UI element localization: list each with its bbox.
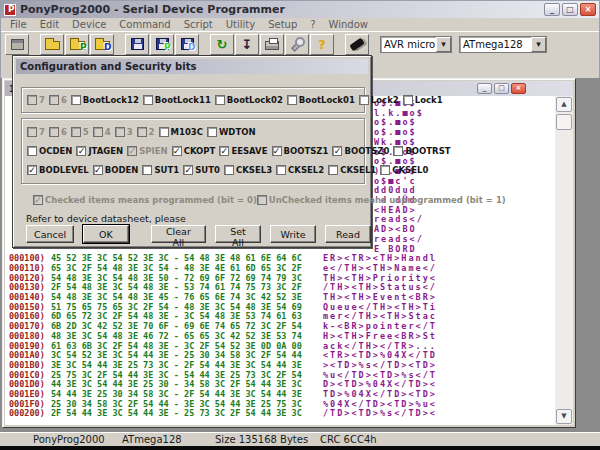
checkbox-bootlock02[interactable]: BootLock02 [215,95,283,105]
dialog-note: Refer to device datasheet, please [26,213,186,224]
menu-item-file[interactable]: File [10,19,27,30]
help-button[interactable]: ? [310,34,334,55]
title-bar: PonyProg2000 - Serial Device Programmer … [1,1,599,18]
read-device-button[interactable]: ↧ [235,34,259,55]
menu-item-window[interactable]: Window [329,19,368,30]
checkbox-cksel2[interactable]: CKSEL2 [276,165,324,175]
dialog-title-bar[interactable]: Configuration and Security bits [16,59,368,74]
menu-item-utility[interactable]: Utility [226,19,255,30]
hex-ascii: ><TD>%s</TD><TD> [323,360,437,370]
checkbox-ckopt[interactable]: ✓CKOPT [172,146,216,156]
checkbox-jtagen[interactable]: ✓JTAGEN [76,146,123,156]
hex-ascii: ack</TH></TR>... [323,341,437,351]
interface-chip-button[interactable] [345,34,369,55]
menu-item-script[interactable]: Script [184,19,213,30]
save-program-file-button[interactable]: P [150,34,174,55]
dialog-buttons: CancelOKClear AllSet AllWriteRead [26,225,371,243]
open-program-file-button[interactable]: P [65,34,89,55]
ok-button[interactable]: OK [83,225,129,243]
menu-item-edit[interactable]: Edit [40,19,59,30]
hex-address: 0001C0) [9,370,45,380]
minimize-button[interactable]: _ [544,3,560,16]
checkbox-ocden[interactable]: OCDEN [27,146,72,156]
setup-button[interactable] [285,34,309,55]
checkbox-bootrst[interactable]: BOOTRST [393,146,450,156]
checkbox-lock2[interactable]: Lock2 [359,95,399,105]
set-all-button[interactable]: Set All [215,225,261,243]
checkbox-box [49,127,59,137]
checkbox-lock1[interactable]: Lock1 [403,95,443,105]
menu-item-setup[interactable]: Setup [268,19,297,30]
read-button[interactable]: Read [325,225,371,243]
printer-icon [265,41,279,50]
checkbox-cksel1[interactable]: CKSEL1 [328,165,376,175]
checkbox-box [328,165,338,175]
checkbox-label: BOOTSZ0 [344,146,389,156]
close-button[interactable]: × [580,3,596,16]
device-type-combobox[interactable]: ATmega128 [459,36,547,53]
checkbox-sut1[interactable]: SUT1 [142,165,179,175]
open-data-file-button[interactable]: D [90,34,114,55]
checkbox-bootlock01[interactable]: BootLock01 [287,95,355,105]
write-button[interactable]: Write [270,225,316,243]
hex-bytes: 51 75 65 75 65 3C 2F 54 - 48 3E 3C 54 48… [51,302,302,312]
save-file-button[interactable] [125,34,149,55]
vertical-scrollbar[interactable]: ▲ ▼ [555,96,573,425]
checkbox-wdton[interactable]: WDTON [207,127,256,137]
scroll-down-icon[interactable]: ▼ [556,409,572,424]
reload-files-button[interactable]: ↻ [210,34,234,55]
checkbox-eesave[interactable]: ✓EESAVE [219,146,267,156]
checkbox-box [49,95,59,105]
hex-address: 0001B0) [9,360,45,370]
menu-item-device[interactable]: Device [72,19,106,30]
checkbox-bootsz0[interactable]: ✓BOOTSZ0 [332,146,389,156]
checkbox-spien: ✓SPIEN [127,146,167,156]
hex-address: 0001A0) [9,350,45,360]
hex-bytes: 48 3E 3C 54 48 3E 46 72 - 65 65 3C 42 52… [51,331,302,341]
print-button[interactable] [260,34,284,55]
scroll-up-icon[interactable]: ▲ [556,97,572,112]
scrollbar-thumb[interactable] [556,114,572,130]
hex-ascii-fragment: o$.■o$ [374,117,417,127]
checkbox-cksel3[interactable]: CKSEL3 [224,165,272,175]
child-restore-button[interactable]: □ [494,83,509,94]
cancel-button[interactable]: Cancel [26,225,74,243]
maximize-button[interactable]: □ [562,3,578,16]
device-type-value: ATmega128 [463,39,523,50]
open-folder-icon [45,41,60,50]
child-minimize-button[interactable]: _ [477,83,492,94]
hex-ascii: ER><TR><TH>Handl [323,253,437,263]
dropdown-arrow-icon[interactable] [531,37,546,52]
checkbox-box [71,95,81,105]
new-window-button[interactable] [5,34,29,55]
checkbox-label: SUT0 [195,165,220,175]
checkbox-bodlevel[interactable]: ✓BODLEVEL [27,165,89,175]
menu-item-help[interactable]: ? [310,19,315,30]
checkbox-bootlock12[interactable]: BootLock12 [71,95,139,105]
checkbox-m103c[interactable]: M103C [159,127,203,137]
child-close-button[interactable]: × [511,83,526,94]
hex-ascii: %04X</TD><TD>%u< [323,399,437,409]
open-data-icon: D [95,41,110,50]
checkbox-sut0[interactable]: ✓SUT0 [183,165,220,175]
hex-bytes: 65 3C 2F 54 48 3E 3C 54 - 48 3E 4E 61 6D… [51,263,302,273]
checkbox-label: 6 [61,127,67,137]
checkbox-boden[interactable]: ✓BODEN [93,165,139,175]
checkbox-cksel0[interactable]: CKSEL0 [380,165,428,175]
open-file-button[interactable] [40,34,64,55]
hex-bytes: 54 48 3E 3C 54 48 3E 50 - 72 69 6F 72 69… [51,273,302,283]
minimize-icon: _ [550,5,554,14]
checkbox-label: BootLock01 [299,95,355,105]
checkbox-box [207,127,217,137]
menu-item-command[interactable]: Command [119,19,170,30]
checkbox-bootlock11[interactable]: BootLock11 [143,95,211,105]
hex-address: 0001D0) [9,379,45,389]
save-data-file-button[interactable]: D [175,34,199,55]
checkbox-box [380,165,390,175]
checkbox-bootsz1[interactable]: ✓BOOTSZ1 [272,146,329,156]
dropdown-arrow-icon[interactable] [436,37,451,52]
clear-all-button[interactable]: Clear All [151,225,206,243]
checkbox-4: 4 [93,127,111,137]
device-family-combobox[interactable]: AVR micro [380,36,452,53]
checkbox-label: OCDEN [39,146,72,156]
